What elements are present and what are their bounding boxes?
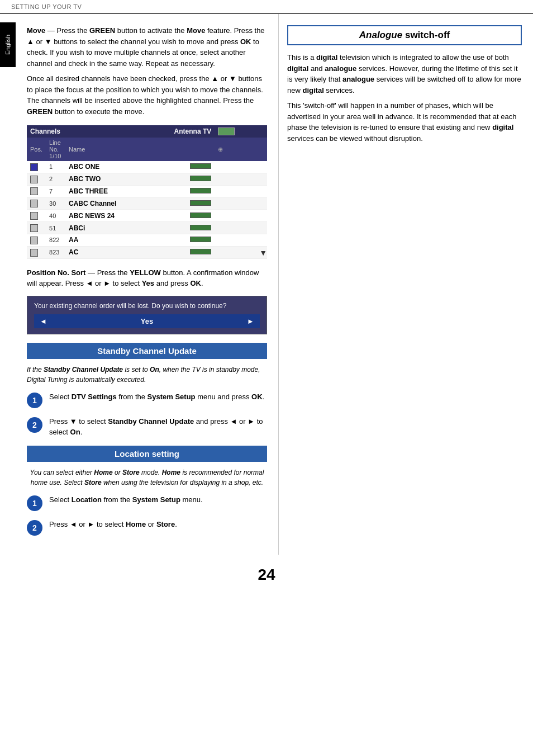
icon-subheader: ⊕ — [215, 138, 267, 161]
checkbox-cell[interactable] — [27, 185, 46, 197]
extra-cell — [215, 173, 267, 185]
table-row: 51 ABCi — [27, 222, 267, 234]
right-column: Analogue switch-off This is a digital te… — [278, 14, 533, 555]
checkbox-cell[interactable] — [27, 197, 46, 210]
signal-cell — [187, 173, 215, 185]
standby-section-header: Standby Channel Update — [27, 343, 267, 359]
standby-step2-num: 2 — [27, 417, 42, 433]
signal-cell — [187, 185, 215, 197]
location-step2-num: 2 — [27, 520, 42, 536]
checkbox-cell[interactable] — [27, 210, 46, 222]
pos-cell: 1 — [46, 161, 65, 173]
name-cell: AC — [65, 246, 187, 258]
name-cell: ABCi — [65, 222, 187, 234]
english-tab: English — [0, 22, 16, 67]
checkbox-cell[interactable] — [27, 161, 46, 173]
table-row: 40 ABC NEWS 24 — [27, 210, 267, 222]
table-row: 823 AC — [27, 246, 267, 258]
standby-step2-block: 2 Press ▼ to select Standby Channel Upda… — [27, 416, 267, 438]
signal-cell — [187, 161, 215, 173]
move-para1: Move — Press the GREEN button to activat… — [27, 25, 267, 69]
checkbox-cell[interactable] — [27, 173, 46, 185]
table-row: 30 CABC Channel — [27, 197, 267, 210]
location-step1-num: 1 — [27, 495, 42, 511]
standby-step1-text: Select DTV Settings from the System Setu… — [49, 391, 264, 403]
extra-cell — [215, 161, 267, 173]
channel-checkbox[interactable] — [30, 224, 38, 232]
signal-cell — [187, 197, 215, 210]
location-step2-block: 2 Press ◄ or ► to select Home or Store. — [27, 519, 267, 536]
location-section-header: Location setting — [27, 446, 267, 462]
name-cell: AA — [65, 234, 187, 246]
pos-cell: 51 — [46, 222, 65, 234]
signal-subheader — [187, 138, 215, 161]
confirmation-box: Your existing channel order will be lost… — [27, 296, 267, 334]
table-subheader-row: Pos. Line No. 1/10 Name ⊕ — [27, 138, 267, 161]
extra-cell — [215, 185, 267, 197]
scroll-down-indicator: ▼ — [259, 248, 267, 257]
channel-checkbox[interactable] — [30, 212, 38, 220]
pos-header: Pos. — [27, 138, 46, 161]
name-cell: ABC TWO — [65, 173, 187, 185]
pos-cell: 823 — [46, 246, 65, 258]
page-number: 24 — [0, 555, 533, 589]
channel-table-container: Channels Antenna TV Pos. Line No. 1/10 N… — [27, 125, 267, 259]
checkbox-cell[interactable] — [27, 234, 46, 246]
table-row: 822 AA — [27, 234, 267, 246]
pos-cell: 2 — [46, 173, 65, 185]
location-step1-text: Select Location from the System Setup me… — [49, 494, 203, 505]
analogue-para1: This is a digital television which is in… — [287, 52, 522, 96]
channel-checkbox[interactable] — [30, 200, 38, 207]
location-step2-text: Press ◄ or ► to select Home or Store. — [49, 519, 177, 530]
page-header-text: SETTING UP YOUR TV — [11, 3, 82, 10]
signal-cell — [187, 210, 215, 222]
signal-header — [215, 125, 267, 138]
yes-label: Yes — [141, 317, 153, 325]
checkbox-cell[interactable] — [27, 246, 46, 258]
right-arrow-icon: ► — [247, 317, 254, 325]
pos-cell: 40 — [46, 210, 65, 222]
name-cell: ABC THREE — [65, 185, 187, 197]
signal-cell — [187, 222, 215, 234]
page-header: SETTING UP YOUR TV — [0, 0, 533, 14]
table-row: 2 ABC TWO — [27, 173, 267, 185]
channel-table: Channels Antenna TV Pos. Line No. 1/10 N… — [27, 125, 267, 259]
antenna-label: Antenna TV — [65, 125, 215, 138]
confirmation-message: Your existing channel order will be lost… — [34, 302, 260, 310]
table-header-row: Channels Antenna TV — [27, 125, 267, 138]
extra-cell — [215, 210, 267, 222]
name-header: Name — [65, 138, 187, 161]
pos-cell: 822 — [46, 234, 65, 246]
channel-checkbox[interactable] — [30, 249, 38, 257]
analogue-para2: This 'switch-off' will happen in a numbe… — [287, 100, 522, 144]
table-row: 7 ABC THREE — [27, 185, 267, 197]
location-intro: You can select either Home or Store mode… — [27, 467, 267, 488]
extra-cell — [215, 197, 267, 210]
standby-intro: If the Standby Channel Update is set to … — [27, 365, 267, 385]
signal-cell — [187, 246, 215, 258]
name-cell: ABC ONE — [65, 161, 187, 173]
standby-step2-text: Press ▼ to select Standby Channel Update… — [49, 416, 267, 438]
left-column: Move — Press the GREEN button to activat… — [16, 14, 278, 555]
standby-step1-block: 1 Select DTV Settings from the System Se… — [27, 391, 267, 408]
signal-cell — [187, 234, 215, 246]
channels-label: Channels — [27, 125, 65, 138]
position-sort-text: Position No. Sort — Press the YELLOW but… — [27, 267, 267, 289]
checkbox-cell[interactable] — [27, 222, 46, 234]
line-no-header: Line No. 1/10 — [46, 138, 65, 161]
channel-checkbox[interactable] — [30, 176, 38, 183]
channel-checkbox[interactable] — [30, 237, 38, 244]
location-step1-block: 1 Select Location from the System Setup … — [27, 494, 267, 511]
channel-checkbox[interactable] — [30, 163, 38, 171]
name-cell: ABC NEWS 24 — [65, 210, 187, 222]
table-row: 1 ABC ONE — [27, 161, 267, 173]
name-cell: CABC Channel — [65, 197, 187, 210]
extra-cell — [215, 222, 267, 234]
analogue-header: Analogue switch-off — [287, 25, 522, 45]
move-para2: Once all desired channels have been chec… — [27, 73, 267, 117]
yes-bar: ◄ Yes ► — [34, 314, 260, 328]
pos-cell: 7 — [46, 185, 65, 197]
extra-cell — [215, 234, 267, 246]
standby-step1-num: 1 — [27, 393, 42, 408]
channel-checkbox[interactable] — [30, 187, 38, 195]
